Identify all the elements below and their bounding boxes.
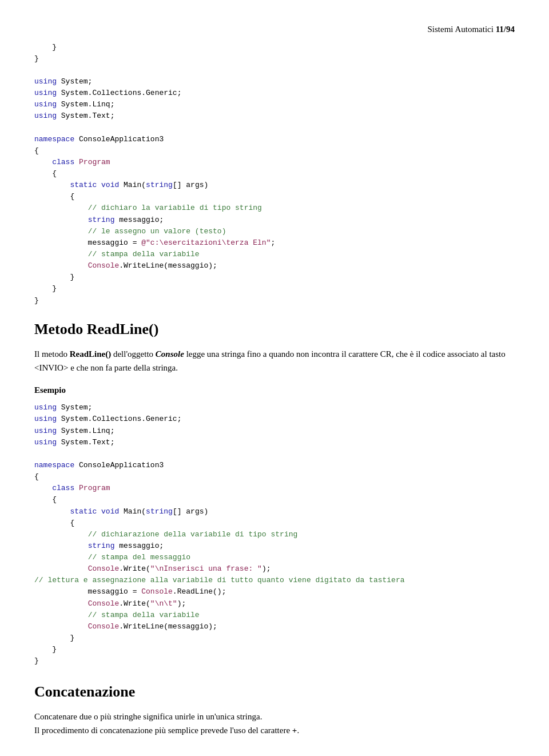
esempio-label: Esempio (34, 384, 515, 397)
section-readline-body: Il metodo ReadLine() dell'oggetto Consol… (34, 347, 515, 375)
header-title: Sistemi Automatici (427, 25, 495, 34)
header-page: 11/94 (496, 25, 515, 34)
code-block-1: }} using System;using System.Collections… (34, 42, 515, 307)
concatenazione-title: Concatenazione (34, 681, 515, 703)
page-header: Sistemi Automatici 11/94 (34, 23, 515, 36)
code-block-2: using System;using System.Collections.Ge… (34, 402, 515, 667)
section-readline-title: Metodo ReadLine() (34, 318, 515, 340)
concatenazione-body: Concatenare due o più stringhe significa… (34, 710, 515, 737)
